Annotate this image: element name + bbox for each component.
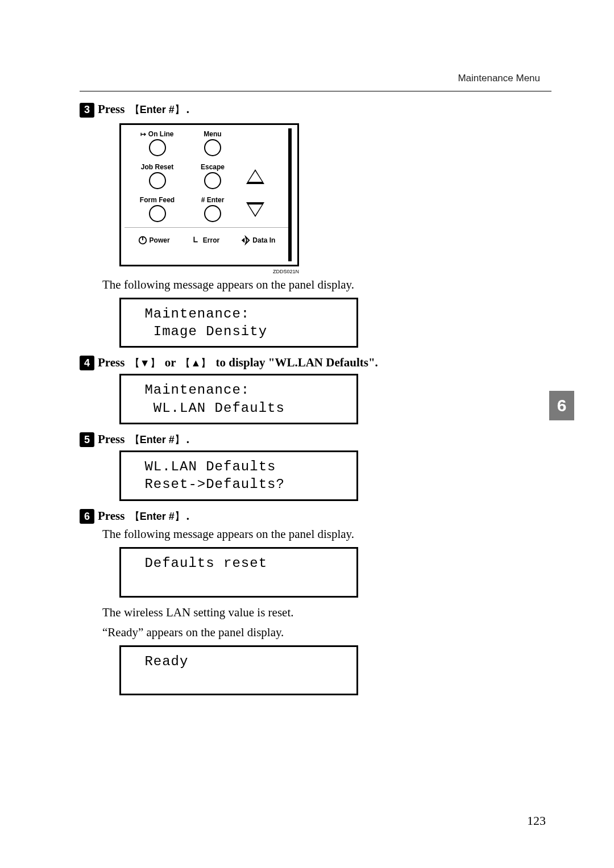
step-3: 3 Press Enter #. ↦ On Line Menu	[80, 102, 551, 348]
power-icon	[138, 235, 148, 245]
svg-marker-3	[246, 236, 249, 244]
enter-key: Enter #	[128, 510, 186, 523]
svg-marker-2	[242, 237, 244, 243]
step-5-prefix: Press	[98, 432, 128, 446]
step-6: 6 Press Enter #. The following message a…	[80, 509, 551, 695]
header-divider	[80, 91, 551, 91]
panel-label-menu: Menu	[190, 131, 235, 138]
step-6-aftertext3: “Ready” appears on the panel display.	[102, 625, 551, 640]
enter-key: Enter #	[128, 433, 186, 446]
step-5: 5 Press Enter #. WL.LAN Defaults Reset->…	[80, 432, 551, 501]
online-button	[149, 139, 166, 156]
up-arrow-button	[246, 169, 264, 184]
power-indicator: Power	[138, 235, 170, 245]
step-5-number: 5	[80, 432, 94, 447]
panel-label-formfeed: Form Feed	[125, 197, 190, 204]
datain-indicator: Data In	[240, 235, 275, 245]
printer-control-panel: ↦ On Line Menu Job Reset	[119, 123, 299, 266]
step-4-mid: or	[162, 356, 179, 369]
down-arrow-button	[246, 202, 264, 217]
header-section-title: Maintenance Menu	[458, 73, 540, 84]
lcd-display-5: Ready	[119, 645, 358, 695]
step-6-suffix: .	[186, 509, 189, 523]
step-4: 4 Press ▼ or ▲ to display "WL.LAN Defaul…	[80, 356, 551, 424]
lcd-display-2: Maintenance: WL.LAN Defaults	[119, 374, 358, 424]
escape-button	[204, 172, 221, 189]
panel-label-jobreset: Job Reset	[125, 164, 190, 171]
enter-key: Enter #	[128, 103, 186, 116]
jobreset-button	[149, 172, 166, 189]
panel-ref-code: ZDDS021N	[119, 269, 299, 274]
panel-label-escape: Escape	[190, 164, 235, 171]
step-3-aftertext: The following message appears on the pan…	[102, 278, 551, 292]
step-6-prefix: Press	[98, 509, 128, 523]
step-4-prefix: Press	[98, 356, 128, 369]
down-key: ▼	[128, 356, 162, 370]
panel-label-online: On Line	[148, 130, 174, 138]
step-3-suffix: .	[186, 102, 189, 116]
step-3-prefix: Press	[98, 102, 128, 116]
datain-icon	[240, 235, 251, 245]
step-6-text: Press Enter #.	[98, 509, 189, 523]
step-4-number: 4	[80, 356, 94, 370]
step-6-number: 6	[80, 509, 94, 524]
step-6-aftertext2: The wireless LAN setting value is reset.	[102, 606, 551, 620]
chapter-tab: 6	[549, 391, 574, 420]
lcd-display-4: Defaults reset	[119, 547, 358, 597]
error-icon	[191, 235, 201, 245]
step-3-number: 3	[80, 103, 94, 118]
menu-button	[204, 139, 221, 156]
lcd-display-3: WL.LAN Defaults Reset->Defaults?	[119, 450, 358, 500]
error-indicator: Error	[191, 235, 219, 245]
up-key: ▲	[179, 356, 213, 370]
step-5-suffix: .	[186, 432, 189, 446]
formfeed-button	[149, 205, 166, 222]
page-number: 123	[527, 813, 546, 828]
step-4-text: Press ▼ or ▲ to display "WL.LAN Defaults…	[98, 356, 378, 370]
step-6-aftertext1: The following message appears on the pan…	[102, 527, 551, 541]
enter-button	[204, 205, 221, 222]
panel-label-enter: Enter	[207, 196, 225, 204]
step-5-text: Press Enter #.	[98, 432, 189, 446]
step-4-suffix: to display "WL.LAN Defaults".	[213, 356, 378, 369]
lcd-display-1: Maintenance: Image Density	[119, 298, 358, 348]
step-3-text: Press Enter #.	[98, 102, 189, 116]
